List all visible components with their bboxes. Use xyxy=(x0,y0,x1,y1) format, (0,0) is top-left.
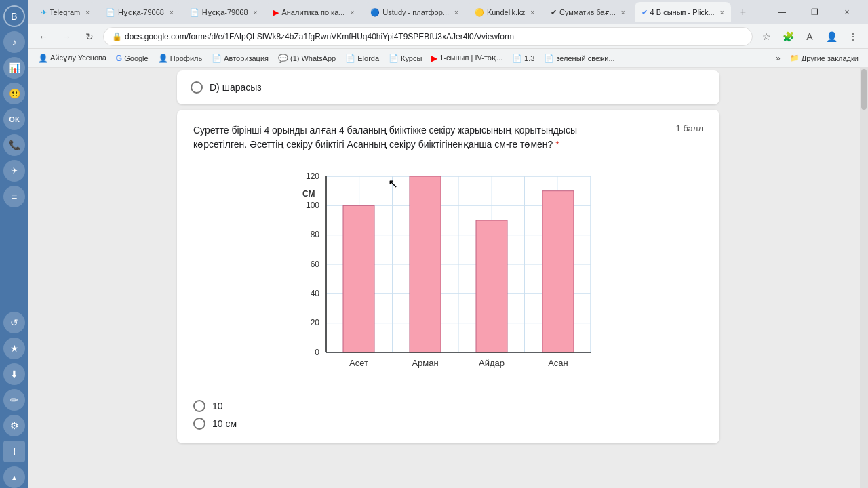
bookmark-elorda[interactable]: 📄 Elorda xyxy=(341,52,383,64)
bookmark-1synyp[interactable]: ▶ 1-сынып | IV-тоқ... xyxy=(427,52,507,64)
summative-tab-icon: ✔ xyxy=(551,8,557,17)
auth-icon: 📄 xyxy=(212,54,222,63)
bookmark-whatsapp[interactable]: 💬 (1) WhatsApp xyxy=(274,52,340,64)
bookmark-kursy[interactable]: 📄 Курсы xyxy=(384,52,426,64)
kursy-label: Курсы xyxy=(401,54,422,62)
option-d-radio[interactable] xyxy=(191,81,203,94)
summative-tab-label: Сумматив бағ... xyxy=(559,8,616,17)
bar-aydar xyxy=(476,220,507,352)
bookmark-star-icon[interactable]: ☆ xyxy=(757,27,776,46)
bookmark-13[interactable]: 📄 1.3 xyxy=(508,52,538,64)
close-button[interactable]: × xyxy=(831,1,863,23)
answer-10-radio[interactable] xyxy=(193,400,205,412)
kundelik-tab-close[interactable]: × xyxy=(530,9,534,16)
left-sidebar: В ♪ 📊 🙂 ОК 📞 ✈ ≡ ↺ ★ ⬇ ✏ ⚙ ! ▲ xyxy=(0,0,28,488)
telegram-icon[interactable]: ✈ xyxy=(3,160,25,182)
restore-button[interactable]: ❐ xyxy=(799,1,830,23)
up-icon[interactable]: ▲ xyxy=(3,466,25,488)
whatsapp-icon: 💬 xyxy=(278,54,288,63)
tab-nuska2[interactable]: 📄 Нұсқа-79068 × xyxy=(183,2,264,22)
option-d[interactable]: D) шарасыз xyxy=(191,81,706,94)
answer-10cm-radio[interactable] xyxy=(193,418,205,430)
tab-telegram[interactable]: ✈ Telegram × xyxy=(34,2,96,22)
chart-container: 0 20 40 60 80 xyxy=(292,163,604,389)
ok-icon[interactable]: ОК xyxy=(3,108,25,130)
profile-label: Профиль xyxy=(170,54,203,62)
translate-icon[interactable]: A xyxy=(800,27,819,46)
elorda-icon: 📄 xyxy=(345,54,355,63)
aysula-label: Айсұлу Усенова xyxy=(50,54,106,62)
back-button[interactable]: ← xyxy=(34,27,53,46)
bookmark-auth[interactable]: 📄 Авторизация xyxy=(208,52,273,64)
bookmark-other[interactable]: 📁 Другие закладки xyxy=(786,52,863,64)
label-aset: Асет xyxy=(349,358,368,368)
ustudy-tab-close[interactable]: × xyxy=(454,9,458,16)
tab-analytics[interactable]: ▶ Аналитика по ка... × xyxy=(267,2,361,22)
vk-icon[interactable]: В xyxy=(3,5,25,27)
other-label: Другие закладки xyxy=(802,54,859,62)
telegram-tab-label: Telegram xyxy=(50,8,80,16)
4b-tab-label: 4 В сынып - Plick... xyxy=(650,8,715,16)
svg-text:120: 120 xyxy=(306,171,319,181)
face-icon[interactable]: 🙂 xyxy=(3,83,25,104)
telegram-tab-close[interactable]: × xyxy=(85,9,90,16)
svg-text:60: 60 xyxy=(311,260,320,269)
folder-icon: 📁 xyxy=(790,54,800,62)
whatsapp-label: (1) WhatsApp xyxy=(290,54,336,62)
zeleny-icon: 📄 xyxy=(544,54,554,63)
analytics-tab-close[interactable]: × xyxy=(350,9,354,16)
svg-text:20: 20 xyxy=(311,318,320,327)
analytics-tab-icon: ▶ xyxy=(273,8,279,17)
music-icon[interactable]: ♪ xyxy=(3,31,25,53)
4b-tab-close[interactable]: × xyxy=(720,9,724,16)
chrome-addressbar: ← → ↻ 🔒 docs.google.com/forms/d/e/1FAIpQ… xyxy=(28,24,868,49)
bookmark-zeleny[interactable]: 📄 зеленый свежи... xyxy=(540,52,618,64)
answer-option-10[interactable]: 10 xyxy=(193,400,703,412)
nuska1-tab-close[interactable]: × xyxy=(170,9,174,16)
answer-option-10cm[interactable]: 10 см xyxy=(193,418,703,430)
minimize-button[interactable]: — xyxy=(766,1,797,23)
bookmark-profile[interactable]: 👤 Профиль xyxy=(154,52,207,64)
nuska2-tab-icon: 📄 xyxy=(190,8,199,17)
scroll-thumb[interactable] xyxy=(861,69,867,110)
13-label: 1.3 xyxy=(524,54,534,62)
telegram-tab-icon: ✈ xyxy=(41,8,47,17)
question-points: 1 балл xyxy=(676,123,703,134)
new-tab-button[interactable]: + xyxy=(734,3,753,22)
svg-text:40: 40 xyxy=(311,289,320,298)
list-icon[interactable]: ≡ xyxy=(3,186,25,207)
bar-aset xyxy=(343,205,374,352)
tab-nuska1[interactable]: 📄 Нұсқа-79068 × xyxy=(99,2,180,22)
profile-icon[interactable]: 👤 xyxy=(822,27,841,46)
scroll-track[interactable] xyxy=(860,68,868,488)
summative-tab-close[interactable]: × xyxy=(621,9,625,16)
reload-button[interactable]: ↻ xyxy=(80,27,99,46)
tab-summative[interactable]: ✔ Сумматив бағ... × xyxy=(544,2,632,22)
pen-icon[interactable]: ✏ xyxy=(3,389,25,411)
address-bar-icons: ☆ 🧩 A 👤 ⋮ xyxy=(757,27,863,46)
partial-answer-card: D) шарасыз xyxy=(177,70,719,104)
chrome-menu-icon[interactable]: ⋮ xyxy=(844,27,863,46)
tab-kundelik[interactable]: 🟡 Kundelik.kz × xyxy=(468,2,541,22)
stats-icon[interactable]: 📊 xyxy=(3,57,25,79)
download-icon[interactable]: ⬇ xyxy=(3,363,25,385)
bar-chart: 0 20 40 60 80 xyxy=(292,163,604,386)
nuska2-tab-close[interactable]: × xyxy=(254,9,258,16)
aysula-icon: 👤 xyxy=(38,54,48,63)
bookmark-google[interactable]: G Google xyxy=(112,52,153,64)
address-bar[interactable]: 🔒 docs.google.com/forms/d/e/1FAIpQLSfWk8… xyxy=(103,27,753,46)
forward-button[interactable]: → xyxy=(57,27,76,46)
google-icon: G xyxy=(116,54,122,63)
tab-ustudy[interactable]: 🔵 Ustudy - платфор... × xyxy=(363,2,465,22)
extensions-icon[interactable]: 🧩 xyxy=(778,27,797,46)
exclamation-icon[interactable]: ! xyxy=(3,441,25,462)
option-d-label: D) шарасыз xyxy=(210,82,262,93)
tab-4b[interactable]: ✔ 4 В сынып - Plick... × xyxy=(635,2,731,22)
bookmarks-more-button[interactable]: » xyxy=(772,52,785,64)
star-icon[interactable]: ★ xyxy=(3,338,25,359)
phone-icon[interactable]: 📞 xyxy=(3,134,25,156)
refresh-icon[interactable]: ↺ xyxy=(3,312,25,333)
svg-text:80: 80 xyxy=(311,230,320,239)
gear-icon[interactable]: ⚙ xyxy=(3,415,25,436)
bookmark-aysula[interactable]: 👤 Айсұлу Усенова xyxy=(34,52,111,64)
